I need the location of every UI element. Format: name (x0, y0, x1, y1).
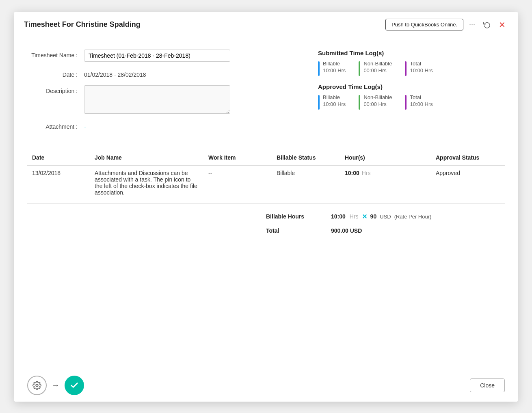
attachment-row: Attachment : - (27, 121, 302, 130)
modal-title: Timesheet For Christine Spalding (24, 20, 385, 29)
row-hours: 10:00 Hrs (340, 165, 431, 200)
approved-stats-row: Billable 10:00 Hrs Non-Billable 00:00 Hr… (318, 94, 505, 110)
billable-bar (318, 61, 320, 76)
date-label: Date : (27, 69, 84, 78)
history-icon (483, 21, 491, 28)
approved-non-billable-stat: Non-Billable 00:00 Hrs (359, 94, 392, 110)
approved-stats-block: Approved Time Log(s) Billable 10:00 Hrs (318, 83, 505, 110)
row-job-name: Attachments and Discussions can be assoc… (90, 165, 203, 200)
submitted-total-stat: Total 10:00 Hrs (405, 61, 433, 76)
description-label: Description : (27, 85, 84, 94)
billable-hours-row: Billable Hours 10:00 Hrs ✕ 90 USD (Rate … (27, 210, 505, 224)
submitted-billable-label: Billable (323, 61, 346, 67)
approved-total-bar (405, 95, 407, 110)
table-header-row: Date Job Name Work Item Billable Status … (27, 150, 505, 165)
modal-body: Timesheet Name : Date : 01/02/2018 - 28/… (14, 38, 518, 369)
row-work-item: -- (203, 165, 272, 200)
confirm-button[interactable] (65, 376, 84, 395)
total-row: Total 900.00 USD (27, 224, 505, 237)
multiply-icon: ✕ (362, 213, 367, 221)
submitted-billable-value: 10:00 Hrs (323, 67, 346, 74)
hours-unit: Hrs (362, 170, 371, 176)
approved-non-billable-value: 00:00 Hrs (363, 101, 392, 107)
close-button[interactable]: Close (470, 378, 505, 392)
date-value: 01/02/2018 - 28/02/2018 (84, 69, 146, 78)
row-approval-status: Approved (431, 165, 505, 200)
rate-unit: USD (380, 214, 391, 220)
summary-section: Billable Hours 10:00 Hrs ✕ 90 USD (Rate … (27, 203, 505, 237)
quickbooks-button[interactable]: Push to QuickBooks Online. (385, 19, 463, 30)
submitted-billable-stat: Billable 10:00 Hrs (318, 61, 346, 76)
approved-non-billable-label: Non-Billable (363, 94, 392, 100)
close-x-icon: ✕ (499, 20, 506, 30)
non-billable-bar (359, 61, 360, 76)
gear-icon (32, 381, 41, 390)
history-button[interactable] (481, 19, 493, 30)
table-row: 13/02/2018 Attachments and Discussions c… (27, 165, 505, 200)
billable-hours-value: 10:00 Hrs ✕ 90 USD (Rate Per Hour) (331, 213, 431, 221)
timesheet-table: Date Job Name Work Item Billable Status … (27, 150, 505, 200)
approved-billable-value: 10:00 Hrs (323, 101, 346, 107)
col-date: Date (27, 150, 90, 165)
form-section: Timesheet Name : Date : 01/02/2018 - 28/… (27, 50, 302, 137)
modal-footer: → Close (14, 369, 518, 402)
table-section: Date Job Name Work Item Billable Status … (27, 150, 505, 237)
total-bar (405, 61, 407, 76)
ellipsis-icon: ··· (469, 20, 475, 29)
description-row: Description : (27, 85, 302, 114)
footer-left: → (27, 376, 470, 395)
approved-non-billable-bar (359, 95, 360, 110)
submitted-non-billable-stat: Non-Billable 00:00 Hrs (359, 61, 392, 76)
approved-total-label: Total (410, 94, 433, 100)
close-x-button[interactable]: ✕ (496, 18, 508, 31)
row-date: 13/02/2018 (27, 165, 90, 200)
gear-circle-button[interactable] (27, 376, 47, 395)
stats-section: Submitted Time Log(s) Billable 10:00 Hrs (318, 50, 505, 137)
top-section: Timesheet Name : Date : 01/02/2018 - 28/… (27, 50, 505, 137)
col-approval-status: Approval Status (431, 150, 505, 165)
timesheet-name-row: Timesheet Name : (27, 50, 302, 62)
col-job-name: Job Name (90, 150, 203, 165)
col-work-item: Work Item (203, 150, 272, 165)
row-billable-status: Billable (272, 165, 340, 200)
billable-hours-number: 10:00 (331, 213, 346, 220)
rate-value: 90 (370, 213, 377, 220)
total-value: 900.00 USD (331, 227, 362, 234)
approved-stats-title: Approved Time Log(s) (318, 83, 505, 90)
svg-point-0 (36, 384, 38, 387)
approved-billable-stat: Billable 10:00 Hrs (318, 94, 346, 110)
billable-hours-unit: Hrs (350, 213, 359, 220)
submitted-non-billable-value: 00:00 Hrs (363, 67, 392, 74)
approved-total-stat: Total 10:00 Hrs (405, 94, 433, 110)
attachment-label: Attachment : (27, 121, 84, 130)
total-label: Total (266, 227, 331, 234)
submitted-stats-row: Billable 10:00 Hrs Non-Billable 00:00 Hr… (318, 61, 505, 76)
description-textarea[interactable] (84, 85, 230, 114)
submitted-total-value: 10:00 Hrs (410, 67, 433, 74)
approved-total-value: 10:00 Hrs (410, 101, 433, 107)
billable-hours-label: Billable Hours (266, 213, 331, 220)
approved-billable-bar (318, 95, 320, 110)
total-amount: 900.00 USD (331, 227, 362, 234)
submitted-stats-title: Submitted Time Log(s) (318, 50, 505, 56)
arrow-right-icon: → (52, 381, 60, 390)
submitted-non-billable-label: Non-Billable (363, 61, 392, 67)
approved-billable-label: Billable (323, 94, 346, 100)
submitted-total-label: Total (410, 61, 433, 67)
col-billable-status: Billable Status (272, 150, 340, 165)
col-hours: Hour(s) (340, 150, 431, 165)
modal-header: Timesheet For Christine Spalding Push to… (14, 12, 518, 38)
timesheet-name-input[interactable] (84, 50, 230, 62)
rate-per: (Rate Per Hour) (394, 214, 432, 220)
header-actions: Push to QuickBooks Online. ··· ✕ (385, 18, 508, 31)
checkmark-icon (70, 381, 79, 390)
timesheet-modal: Timesheet For Christine Spalding Push to… (14, 12, 518, 402)
date-row: Date : 01/02/2018 - 28/02/2018 (27, 69, 302, 78)
attachment-link[interactable]: - (84, 121, 86, 130)
timesheet-name-label: Timesheet Name : (27, 50, 84, 58)
more-options-button[interactable]: ··· (467, 19, 478, 30)
submitted-stats-block: Submitted Time Log(s) Billable 10:00 Hrs (318, 50, 505, 76)
hours-value: 10:00 (345, 170, 359, 176)
